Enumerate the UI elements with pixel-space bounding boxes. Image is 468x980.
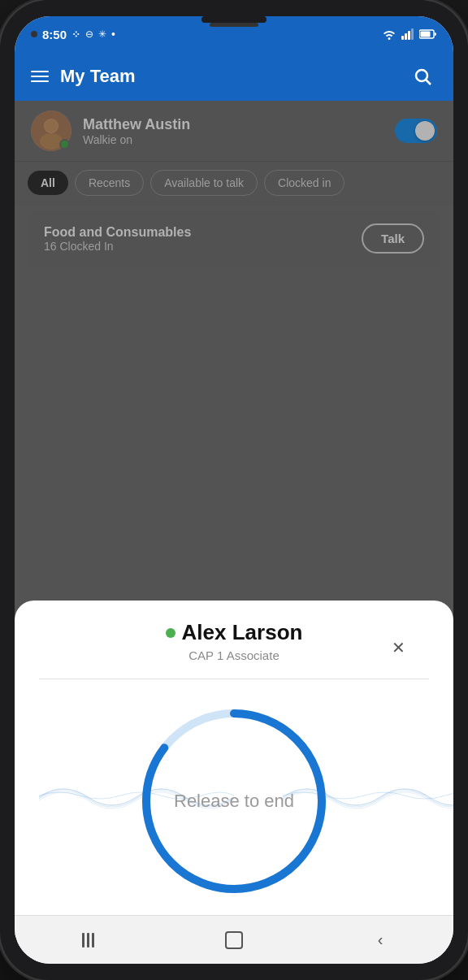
wifi-icon (382, 28, 396, 40)
status-time: 8:50 (42, 28, 67, 41)
nav-lines-button[interactable] (15, 916, 161, 964)
close-button[interactable]: ✕ (384, 633, 413, 662)
status-icon-star: ✳ (98, 28, 106, 40)
nav-back-icon: ‹ (378, 930, 384, 949)
svg-rect-3 (411, 28, 414, 40)
modal-user-name: Alex Larson (39, 620, 429, 645)
screen: 8:50 ⁘ ⊖ ✳ • (15, 16, 453, 964)
header-left: My Team (31, 66, 136, 87)
modal-header: ✕ Alex Larson CAP 1 Associate (39, 620, 429, 679)
status-left: 8:50 ⁘ ⊖ ✳ • (31, 28, 115, 41)
notch (202, 16, 266, 23)
bottom-nav: ‹ (15, 915, 453, 964)
search-button[interactable] (408, 62, 437, 91)
app-title: My Team (60, 66, 136, 87)
signal-icon (401, 28, 414, 40)
camera-dot (31, 31, 37, 37)
svg-rect-1 (405, 33, 407, 40)
release-to-end-text: Release to end (174, 791, 294, 812)
circle-area[interactable]: Release to end (39, 679, 429, 915)
svg-rect-5 (421, 32, 431, 37)
status-right (382, 28, 437, 40)
menu-icon[interactable] (31, 71, 49, 82)
release-circle[interactable]: Release to end (136, 704, 332, 899)
status-icon-dot: • (111, 28, 115, 41)
phone-shell: 8:50 ⁘ ⊖ ✳ • (0, 0, 468, 980)
battery-icon (419, 29, 437, 39)
svg-point-6 (416, 70, 427, 81)
background-content: Matthew Austin Walkie on All Recents Ava… (15, 101, 453, 964)
svg-line-7 (427, 80, 431, 85)
modal-role: CAP 1 Associate (39, 648, 429, 662)
modal-online-dot (166, 628, 176, 638)
nav-home-icon (225, 931, 243, 949)
svg-rect-2 (408, 31, 410, 40)
svg-rect-0 (401, 36, 404, 40)
modal-overlay: ✕ Alex Larson CAP 1 Associate (15, 101, 453, 964)
nav-home-button[interactable] (161, 916, 307, 964)
nav-back-button[interactable]: ‹ (307, 916, 453, 964)
status-icon-circle: ⊖ (85, 28, 93, 40)
status-icon-hash: ⁘ (72, 28, 80, 41)
speaker (210, 23, 258, 27)
modal-sheet: ✕ Alex Larson CAP 1 Associate (15, 601, 453, 964)
nav-lines-icon (82, 933, 94, 947)
app-header: My Team (15, 52, 453, 101)
